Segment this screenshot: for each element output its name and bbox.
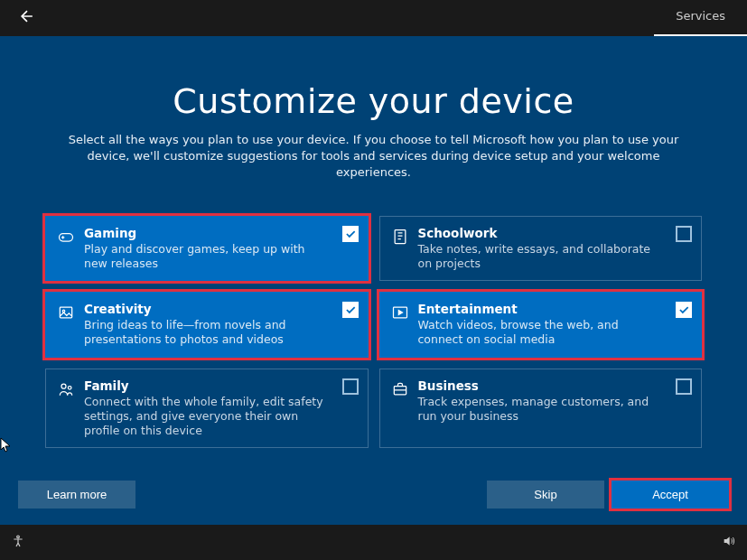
card-title: Family bbox=[84, 378, 331, 393]
card-desc: Bring ideas to life—from novels and pres… bbox=[84, 318, 331, 348]
card-desc: Watch videos, browse the web, and connec… bbox=[418, 318, 666, 348]
card-title: Schoolwork bbox=[418, 226, 666, 240]
check-icon bbox=[344, 303, 357, 316]
taskbar bbox=[0, 525, 747, 560]
svg-point-6 bbox=[68, 386, 71, 389]
card-creativity[interactable]: Creativity Bring ideas to life—from nove… bbox=[45, 292, 369, 358]
family-icon bbox=[57, 380, 75, 398]
card-desc: Track expenses, manage customers, and ru… bbox=[418, 395, 666, 425]
skip-button[interactable]: Skip bbox=[487, 481, 604, 509]
svg-rect-1 bbox=[395, 229, 406, 243]
check-icon bbox=[344, 228, 357, 240]
accept-button[interactable]: Accept bbox=[612, 481, 729, 509]
card-desc: Play and discover games, keep up with ne… bbox=[84, 242, 331, 272]
card-title: Business bbox=[418, 378, 666, 393]
arrow-left-icon bbox=[18, 7, 36, 25]
checkbox[interactable] bbox=[676, 226, 692, 242]
page-title: Customize your device bbox=[173, 81, 574, 121]
accessibility-icon[interactable] bbox=[11, 534, 25, 551]
card-business[interactable]: Business Track expenses, manage customer… bbox=[379, 369, 703, 449]
card-desc: Take notes, write essays, and collaborat… bbox=[418, 242, 666, 272]
business-icon bbox=[391, 380, 409, 398]
svg-point-5 bbox=[61, 384, 66, 388]
main-panel: Customize your device Select all the way… bbox=[0, 36, 747, 525]
card-family[interactable]: Family Connect with the whole family, ed… bbox=[45, 369, 369, 449]
options-grid: Gaming Play and discover games, keep up … bbox=[45, 216, 702, 449]
card-entertainment[interactable]: Entertainment Watch videos, browse the w… bbox=[379, 292, 703, 358]
back-button[interactable] bbox=[11, 4, 43, 33]
gaming-icon bbox=[57, 228, 75, 246]
checkbox[interactable] bbox=[342, 226, 359, 242]
card-schoolwork[interactable]: Schoolwork Take notes, write essays, and… bbox=[379, 216, 703, 282]
svg-rect-0 bbox=[60, 233, 73, 240]
footer: Learn more Skip Accept bbox=[0, 481, 747, 509]
checkbox[interactable] bbox=[342, 302, 359, 318]
svg-rect-2 bbox=[60, 307, 71, 318]
volume-icon[interactable] bbox=[722, 534, 736, 551]
creativity-icon bbox=[57, 303, 75, 322]
tab-services[interactable]: Services bbox=[654, 0, 747, 36]
checkbox[interactable] bbox=[676, 302, 692, 318]
card-gaming[interactable]: Gaming Play and discover games, keep up … bbox=[45, 216, 369, 282]
svg-point-8 bbox=[17, 536, 20, 538]
learn-more-button[interactable]: Learn more bbox=[18, 481, 135, 509]
card-title: Gaming bbox=[84, 226, 331, 240]
schoolwork-icon bbox=[391, 228, 409, 246]
entertainment-icon bbox=[391, 303, 409, 322]
card-desc: Connect with the whole family, edit safe… bbox=[84, 395, 331, 439]
card-title: Creativity bbox=[84, 302, 331, 316]
topbar: Services bbox=[0, 0, 747, 36]
checkbox[interactable] bbox=[676, 378, 692, 395]
checkbox[interactable] bbox=[342, 378, 359, 395]
card-title: Entertainment bbox=[418, 302, 666, 316]
tabs: Services bbox=[654, 0, 747, 36]
page-subtitle: Select all the ways you plan to use your… bbox=[58, 132, 690, 182]
check-icon bbox=[677, 303, 690, 316]
